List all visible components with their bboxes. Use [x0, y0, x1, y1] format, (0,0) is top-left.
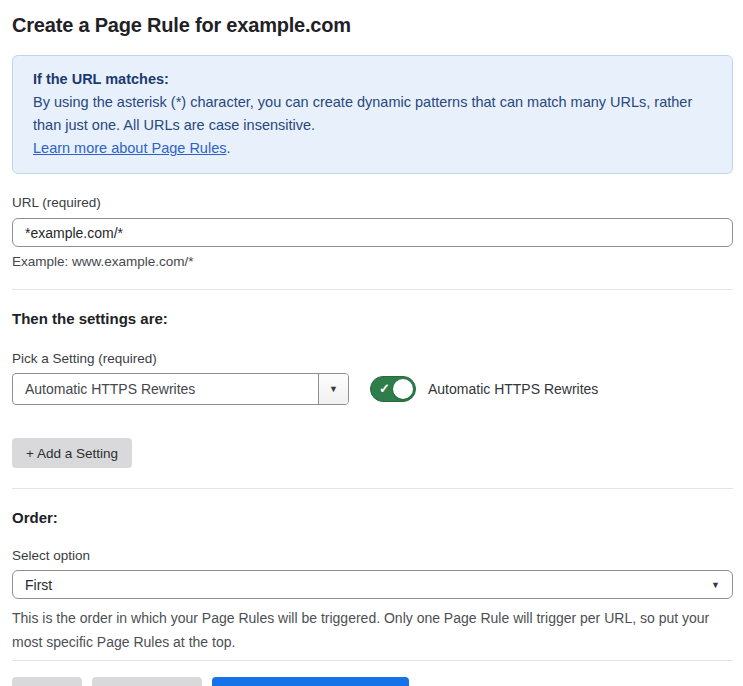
order-section-heading: Order:	[12, 509, 733, 526]
chevron-down-icon: ▼	[711, 580, 720, 590]
https-rewrites-toggle[interactable]: ✓	[370, 376, 416, 402]
add-setting-button[interactable]: + Add a Setting	[12, 438, 132, 468]
settings-section-heading: Then the settings are:	[12, 310, 733, 327]
order-helper-text: This is the order in which your Page Rul…	[12, 606, 722, 654]
setting-row: Automatic HTTPS Rewrites ▼ ✓ Automatic H…	[12, 373, 733, 405]
setting-dropdown[interactable]: Automatic HTTPS Rewrites ▼	[12, 373, 349, 405]
url-input[interactable]	[12, 218, 733, 247]
url-field-label: URL (required)	[12, 195, 733, 210]
order-select-value: First	[25, 577, 711, 593]
url-example-helper: Example: www.example.com/*	[12, 254, 733, 269]
divider	[12, 660, 733, 661]
save-deploy-button[interactable]: Save and Deploy Page Rule	[212, 677, 410, 686]
order-select[interactable]: First ▼	[12, 570, 733, 599]
check-icon: ✓	[379, 382, 390, 395]
divider	[12, 488, 733, 489]
footer-actions: Cancel Save as Draft Save and Deploy Pag…	[12, 677, 733, 686]
cancel-button[interactable]: Cancel	[12, 677, 82, 686]
info-box-heading: If the URL matches:	[33, 68, 712, 91]
divider	[12, 289, 733, 290]
url-match-info-box: If the URL matches: By using the asteris…	[12, 55, 733, 174]
page-title: Create a Page Rule for example.com	[12, 14, 733, 37]
chevron-down-icon: ▼	[329, 384, 338, 394]
pick-setting-label: Pick a Setting (required)	[12, 351, 733, 366]
toggle-label: Automatic HTTPS Rewrites	[428, 381, 598, 397]
select-option-label: Select option	[12, 548, 733, 563]
dropdown-arrow-button[interactable]: ▼	[318, 374, 348, 404]
page-rule-form: Create a Page Rule for example.com If th…	[0, 0, 743, 686]
toggle-knob	[393, 379, 413, 399]
link-suffix: .	[226, 140, 230, 156]
setting-dropdown-value: Automatic HTTPS Rewrites	[13, 374, 318, 404]
info-box-link-line: Learn more about Page Rules.	[33, 137, 712, 160]
learn-more-link[interactable]: Learn more about Page Rules	[33, 140, 226, 156]
info-box-body: By using the asterisk (*) character, you…	[33, 91, 693, 137]
save-draft-button[interactable]: Save as Draft	[92, 677, 202, 686]
